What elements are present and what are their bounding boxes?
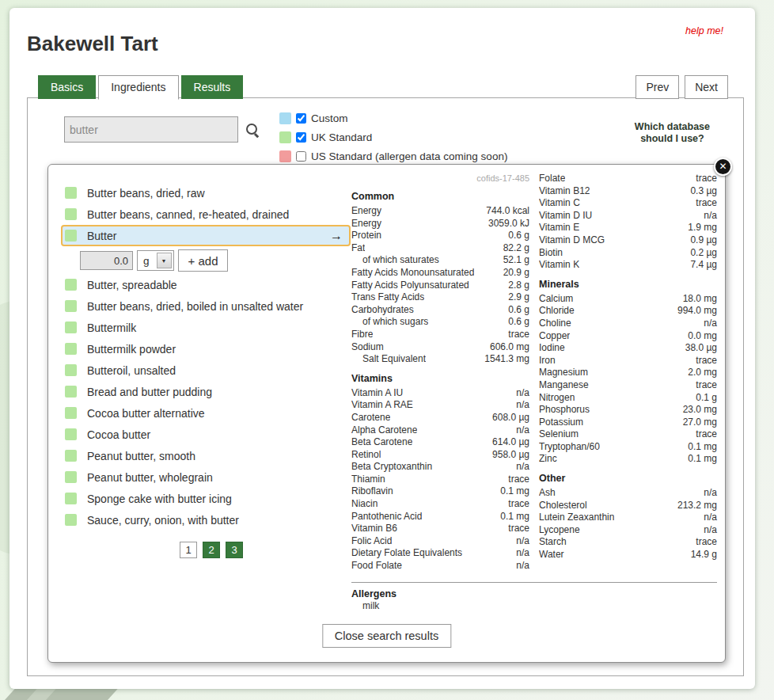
database-color-swatch <box>65 230 77 242</box>
page-button-1[interactable]: 1 <box>180 542 197 558</box>
result-label: Butter <box>87 230 325 242</box>
nutrient-name: Vitamin E <box>539 222 579 234</box>
nutrient-value: 958.0 µg <box>492 449 529 462</box>
nutrient-value: trace <box>696 173 717 185</box>
nutrition-row: Tryptophan/600.1 mg <box>539 441 717 454</box>
tab-ingredients[interactable]: Ingredients <box>98 75 178 100</box>
nutrient-name: Carotene <box>351 412 390 424</box>
result-label: Peanut butter, wholegrain <box>87 471 213 484</box>
nutrition-row: Pantothenic Acid0.1 mg <box>351 511 529 523</box>
nutrient-value: 2.0 mg <box>688 367 717 379</box>
nutrient-name: Retinol <box>351 449 381 462</box>
database-color-swatch <box>65 300 77 312</box>
nutrition-row: Biotin0.2 µg <box>539 247 717 260</box>
nutrient-name: Vitamin C <box>539 197 580 210</box>
nutrition-row: Copper0.0 mg <box>539 330 717 343</box>
database-checkbox[interactable] <box>296 132 306 143</box>
nutrient-name: Thiamin <box>351 474 385 486</box>
prev-button[interactable]: Prev <box>636 75 679 99</box>
search-result-item[interactable]: Butter→ <box>61 225 351 246</box>
nutrition-row: of which saturates52.1 g <box>351 254 529 267</box>
nutrition-row: Vitamin A IUn/a <box>351 387 529 400</box>
search-result-item[interactable]: Buttermilk <box>61 317 351 338</box>
nutrition-row: Irontrace <box>539 355 717 367</box>
nutrient-name: Calcium <box>539 293 573 306</box>
nutrient-value: trace <box>696 428 717 441</box>
database-checkbox[interactable] <box>296 113 306 124</box>
search-result-item[interactable]: Peanut butter, wholegrain <box>61 466 351 488</box>
result-label: Sauce, curry, onion, with butter <box>87 514 239 527</box>
nutrition-row: Fibretrace <box>351 329 529 341</box>
search-result-item[interactable]: Cocoa butter <box>61 424 351 445</box>
database-help-link[interactable]: Which database should I use? <box>635 121 710 145</box>
nutrient-value: 23.0 mg <box>683 404 717 417</box>
nutrient-value: 0.1 mg <box>688 441 717 454</box>
nutrient-value: 744.0 kcal <box>486 205 529 218</box>
next-button[interactable]: Next <box>685 75 728 99</box>
database-color-swatch <box>279 112 291 124</box>
ingredient-search-input[interactable] <box>64 116 238 143</box>
nutrition-row: Vitamin K7.4 µg <box>539 259 717 272</box>
nutrient-name: Phosphorus <box>539 404 590 417</box>
database-checkbox[interactable] <box>296 151 306 162</box>
quantity-input[interactable] <box>80 251 133 270</box>
search-result-item[interactable]: Butteroil, unsalted <box>61 360 351 381</box>
nutrition-row: Vitamin B120.3 µg <box>539 185 717 198</box>
database-color-swatch <box>65 364 77 376</box>
result-label: Bread and butter pudding <box>87 386 212 398</box>
add-button[interactable]: + add <box>178 249 229 272</box>
nutrient-name: Energy <box>351 218 381 230</box>
database-color-swatch <box>279 150 291 162</box>
nutrition-row: Salt Equivalent1541.3 mg <box>351 353 529 366</box>
nutrition-row: Carbohydrates0.6 g <box>351 304 529 317</box>
nutrient-value: n/a <box>516 461 529 474</box>
nutrient-name: Sodium <box>351 341 384 354</box>
nutrition-row: Calcium18.0 mg <box>539 293 717 306</box>
close-search-results-button[interactable]: Close search results <box>322 624 451 648</box>
nutrition-panel: cofids-17-485CommonEnergy744.0 kcalEnerg… <box>351 173 717 613</box>
nutrient-value: n/a <box>516 547 529 560</box>
nutrient-value: trace <box>508 329 529 341</box>
database-color-swatch <box>65 343 77 355</box>
nutrient-value: trace <box>508 474 529 486</box>
nutrient-value: n/a <box>516 560 529 573</box>
nutrient-value: 27.0 mg <box>683 417 717 429</box>
help-link[interactable]: help me! <box>685 25 723 36</box>
result-label: Butteroil, unsalted <box>87 364 176 377</box>
search-icon[interactable] <box>246 124 257 135</box>
tab-basics[interactable]: Basics <box>38 75 96 99</box>
nutrition-row: Iodine38.0 µg <box>539 342 717 355</box>
unit-select[interactable]: g▼ <box>137 250 174 271</box>
nutrition-row: Vitamin B6trace <box>351 523 529 535</box>
search-result-item[interactable]: Bread and butter pudding <box>61 381 351 402</box>
search-result-item[interactable]: Peanut butter, smooth <box>61 445 351 466</box>
search-result-item[interactable]: Sponge cake with butter icing <box>61 488 351 509</box>
search-result-item[interactable]: Sauce, curry, onion, with butter <box>61 509 351 531</box>
tab-results[interactable]: Results <box>181 75 244 99</box>
search-result-item[interactable]: Butter, spreadable <box>61 274 351 295</box>
page-button-3[interactable]: 3 <box>226 542 243 558</box>
nutrient-value: n/a <box>516 387 529 400</box>
nutrition-row: Energy744.0 kcal <box>351 205 529 218</box>
search-result-item[interactable]: Butter beans, canned, re-heated, drained <box>61 204 351 225</box>
nutrition-column-1: cofids-17-485CommonEnergy744.0 kcalEnerg… <box>351 173 529 573</box>
search-result-item[interactable]: Cocoa butter alternative <box>61 402 351 424</box>
nutrient-value: 0.3 µg <box>690 185 717 198</box>
search-result-item[interactable]: Butter beans, dried, raw <box>61 182 351 204</box>
nutrition-row: Alpha Carotenen/a <box>351 424 529 437</box>
result-label: Cocoa butter alternative <box>87 407 205 420</box>
nutrient-name: Riboflavin <box>351 485 393 498</box>
nutrient-name: Vitamin D IU <box>539 210 592 223</box>
page-button-2[interactable]: 2 <box>203 542 220 558</box>
search-result-item[interactable]: Buttermilk powder <box>61 338 351 360</box>
nutrient-name: Lutein Zeaxanthin <box>539 512 614 524</box>
nutrient-value: trace <box>696 379 717 392</box>
result-label: Sponge cake with butter icing <box>87 493 232 505</box>
search-result-item[interactable]: Butter beans, dried, boiled in unsalted … <box>61 295 351 317</box>
database-color-swatch <box>65 514 77 526</box>
nutrient-name: Nitrogen <box>539 392 575 405</box>
nutrient-name: Alpha Carotene <box>351 424 417 437</box>
nutrient-name: Magnesium <box>539 367 588 379</box>
nutrient-name: Fat <box>351 242 365 255</box>
nutrition-row: Fat82.2 g <box>351 242 529 255</box>
